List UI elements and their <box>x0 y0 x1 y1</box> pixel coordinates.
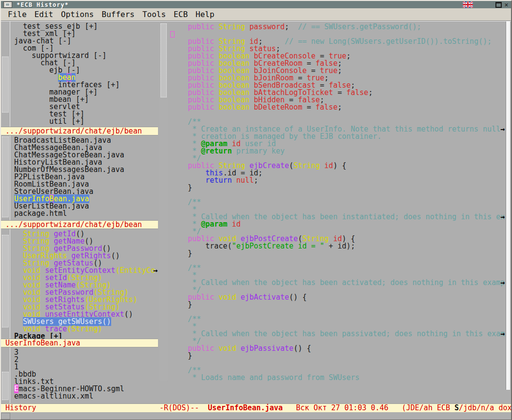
code-line: * Called when the object has been passiv… <box>170 330 505 338</box>
history-item[interactable]: emacs-altlinux.xml <box>10 393 158 400</box>
code-segment: .id = id; <box>223 170 262 177</box>
code-segment: /** <box>170 367 201 374</box>
menu-item-buffers[interactable]: Buffers <box>98 9 138 20</box>
code-line: */ <box>170 228 505 235</box>
code-line: */ <box>170 338 505 345</box>
code-segment: = <box>285 96 298 104</box>
code-segment: false <box>315 60 337 67</box>
code-line: * Loads name and password from SWUsers <box>170 374 505 381</box>
directory-tree: test_sess_ejb [+]test_xml [+]java-chat [… <box>10 21 158 127</box>
code-segment <box>214 23 218 31</box>
code-line: public String id; // == new Long(SWUsers… <box>170 38 505 45</box>
code-segment: false <box>298 96 320 104</box>
menu-item-edit[interactable]: Edit <box>31 9 58 20</box>
modeline-segment: /jdb/n/a dox <box>459 403 511 412</box>
code-segment: String <box>218 45 245 53</box>
code-segment: @param <box>201 140 232 148</box>
code-segment <box>250 104 254 111</box>
code-line: /** <box>170 316 505 323</box>
code-line: * creation is managed by the EJB contain… <box>170 133 505 140</box>
code-segment: public <box>188 45 214 53</box>
code-segment <box>214 235 218 243</box>
scrollbar-thumb[interactable] <box>2 235 9 327</box>
code-segment <box>214 82 218 89</box>
code-segment: = <box>294 75 307 82</box>
code-line: public boolean bJoinRoom = true; <box>170 75 505 82</box>
tree-item[interactable]: chat [-] <box>10 59 158 67</box>
code-segment: bAttachLogToTicket <box>254 89 334 96</box>
code-segment <box>170 60 188 67</box>
tree-item[interactable]: ejb [-] <box>10 67 158 74</box>
sources-scrollbar[interactable] <box>1 135 10 220</box>
method-item[interactable]: Package [+] <box>10 333 158 339</box>
code-editor[interactable]: public String password; // == SWUsers.ge… <box>170 23 505 381</box>
editor-scrollbar[interactable] <box>158 21 169 381</box>
history-item[interactable]: 2 <box>10 356 158 363</box>
maximize-icon[interactable] <box>495 2 502 8</box>
code-line: public boolean bSendBroadcast = false; <box>170 82 505 89</box>
menu-item-tools[interactable]: Tools <box>138 9 170 20</box>
close-icon[interactable]: ✕ <box>503 2 510 8</box>
menu-item-ecb[interactable]: ECB <box>170 9 192 20</box>
methods-scrollbar[interactable] <box>1 229 10 339</box>
scrollbar-thumb[interactable] <box>2 136 9 217</box>
code-segment: true <box>320 67 337 75</box>
editor-modeline: -R(DOS)-- UserInfoBean.java Вск Окт 27 0… <box>158 403 511 412</box>
code-segment <box>170 89 188 96</box>
code-line: } <box>170 301 505 308</box>
code-segment <box>245 38 250 45</box>
code-segment: boolean <box>218 53 249 60</box>
minibuffer-scrollbar-stub <box>1 413 10 420</box>
menu-item-options[interactable]: Options <box>57 9 98 20</box>
code-segment <box>214 60 218 67</box>
tree-item[interactable]: util [+] <box>10 118 158 125</box>
code-segment: * Called when the object has been activa… <box>170 279 505 286</box>
code-segment <box>170 235 188 243</box>
code-segment: trace( <box>170 243 232 250</box>
scrollbar-thumb[interactable] <box>160 23 167 97</box>
keyboard-layout-flag-icon[interactable] <box>463 1 473 8</box>
directories-scrollbar[interactable] <box>1 21 10 127</box>
tree-item[interactable]: mbean [+] <box>10 96 158 103</box>
tree-item[interactable]: supportwizard [-] <box>10 52 158 59</box>
code-segment <box>170 170 205 177</box>
scrollbar-thumb[interactable] <box>2 57 9 113</box>
line-truncation-arrow: → <box>153 267 158 274</box>
menu-item-help[interactable]: Help <box>192 9 218 20</box>
code-segment: public <box>188 89 214 96</box>
code-segment: String <box>218 162 245 170</box>
scrollbar-thumb[interactable] <box>2 372 9 400</box>
history-list: 321.bbdblinks.txtEmacs-Beginner-HOWTO.sg… <box>10 347 158 403</box>
code-line <box>170 257 505 265</box>
code-segment: String <box>218 23 245 31</box>
code-segment: * <box>170 323 197 330</box>
history-pane-header: UserInfoBean.java <box>1 339 158 347</box>
code-segment: String <box>302 235 329 243</box>
ecb-directories-pane: test_sess_ejb [+]test_xml [+]java-chat [… <box>1 21 158 127</box>
code-segment: } <box>170 250 192 257</box>
code-segment: true <box>329 53 346 60</box>
titlebar[interactable]: *ECB History* ✕ <box>1 1 511 8</box>
menu-item-file[interactable]: File <box>4 9 31 20</box>
code-segment: * Create an instance of a UserInfo. Note… <box>170 126 505 133</box>
code-segment: = <box>307 67 320 75</box>
code-segment <box>170 177 205 184</box>
code-segment: bDeleteRoom <box>254 104 302 111</box>
code-segment: boolean <box>218 60 249 67</box>
modeline-segment: Вск Окт 27 01:03 0.46 (JDE/ah ECB <box>283 403 454 412</box>
code-segment <box>214 89 218 96</box>
window-title: *ECB History* <box>17 1 69 8</box>
history-scrollbar[interactable] <box>1 347 10 403</box>
file-item[interactable]: package.html <box>10 210 158 217</box>
code-segment <box>329 235 333 243</box>
code-segment <box>170 82 188 89</box>
history-item[interactable]: 3 <box>10 349 158 356</box>
code-segment <box>170 38 188 45</box>
window-menu-icon[interactable] <box>3 1 12 8</box>
code-segment <box>320 162 324 170</box>
methods-pane-header: .../supportwizard/chat/ejb/bean <box>1 220 158 229</box>
code-line: public void ejbPostCreate(String id) { <box>170 235 505 243</box>
code-segment: public <box>188 294 214 301</box>
code-segment: id <box>232 140 240 148</box>
code-segment: ) { <box>342 235 355 243</box>
